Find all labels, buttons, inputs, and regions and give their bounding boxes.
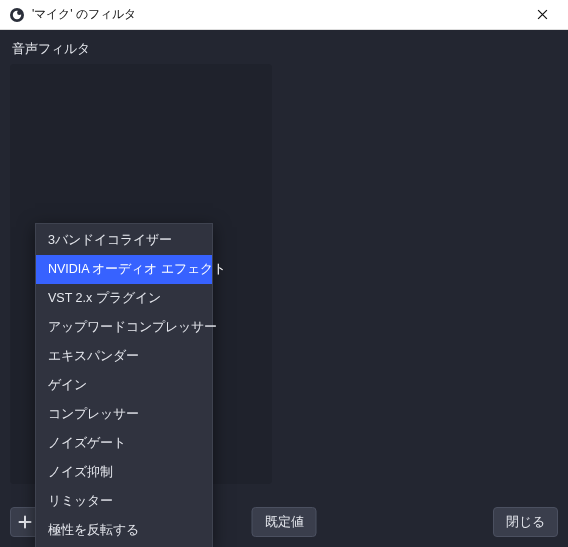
- defaults-button[interactable]: 既定値: [252, 507, 317, 537]
- audio-filters-label: 音声フィルタ: [12, 40, 558, 58]
- add-filter-context-menu: 3バンドイコライザーNVIDIA オーディオ エフェクトVST 2.x プラグイ…: [35, 223, 213, 547]
- context-menu-item[interactable]: ゲイン: [36, 371, 212, 400]
- context-menu-item[interactable]: NVIDIA オーディオ エフェクト: [36, 255, 212, 284]
- context-menu-item[interactable]: VST 2.x プラグイン: [36, 284, 212, 313]
- window-title: 'マイク' のフィルタ: [32, 6, 522, 23]
- svg-point-2: [17, 10, 22, 15]
- close-icon: [537, 9, 548, 20]
- app-icon: [8, 6, 26, 24]
- context-menu-item[interactable]: 極性を反転する: [36, 516, 212, 545]
- context-menu-item[interactable]: 3バンドイコライザー: [36, 226, 212, 255]
- plus-icon: [17, 514, 33, 530]
- context-menu-item[interactable]: コンプレッサー: [36, 400, 212, 429]
- filter-properties-panel: [282, 64, 558, 484]
- titlebar: 'マイク' のフィルタ: [0, 0, 568, 30]
- context-menu-item[interactable]: リミッター: [36, 487, 212, 516]
- context-menu-item[interactable]: ノイズゲート: [36, 429, 212, 458]
- window-close-button[interactable]: [522, 1, 562, 29]
- context-menu-item[interactable]: ノイズ抑制: [36, 458, 212, 487]
- close-button[interactable]: 閉じる: [493, 507, 558, 537]
- client-area: 音声フィルタ 既定値 閉じる: [0, 30, 568, 547]
- context-menu-item[interactable]: エキスパンダー: [36, 342, 212, 371]
- context-menu-item[interactable]: アップワードコンプレッサー: [36, 313, 212, 342]
